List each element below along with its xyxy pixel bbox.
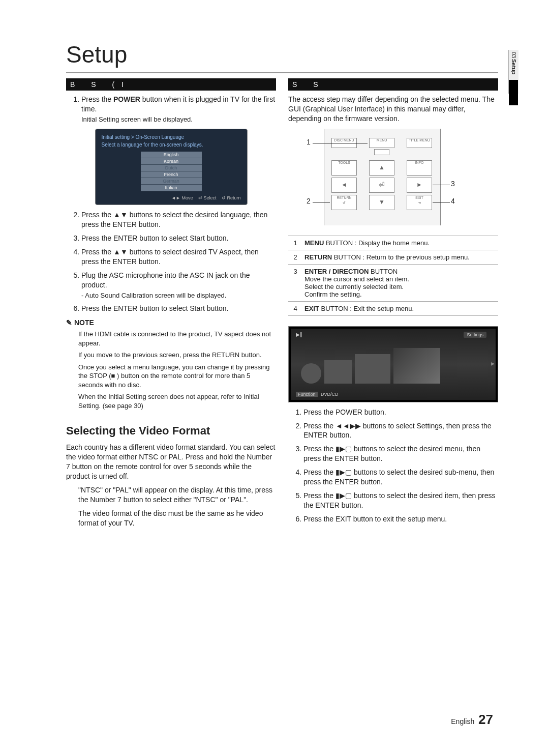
table-row: 4EXIT BUTTON : Exit the setup menu. <box>288 301 498 315</box>
lang-item-dutch[interactable]: Dutch <box>141 165 202 171</box>
vf-para-3: The video format of the disc must be the… <box>78 509 276 528</box>
left-column: B S (I Press the POWER button when it is… <box>66 78 276 532</box>
video-format-heading: Selecting the Video Format <box>66 424 276 438</box>
note-4: When the Initial Setting screen does not… <box>78 392 276 410</box>
lang-item-english[interactable]: English <box>141 152 202 158</box>
lang-item-korean[interactable]: Korean <box>141 158 202 165</box>
rstep-3: Press the ▮▶▢ buttons to select the desi… <box>303 444 498 463</box>
vf-para-1: Each country has a different video forma… <box>66 443 276 481</box>
vf-para-2: "NTSC" or "PAL" will appear on the displ… <box>78 485 276 505</box>
chapter-number: 03 <box>511 50 517 58</box>
note-heading: NOTE <box>66 318 276 327</box>
note-3: Once you select a menu language, you can… <box>78 363 276 390</box>
remote-tools: TOOLS <box>331 160 357 176</box>
vf-indent: "NTSC" or "PAL" will appear on the displ… <box>66 485 276 528</box>
button-table: 1MENU BUTTON : Display the home menu. 2R… <box>288 236 498 316</box>
callout-2: 2 <box>307 197 311 205</box>
dialog-footer: ◄► Move ⏎ Select ↺ Return <box>102 195 241 200</box>
footer-lang: English <box>451 717 474 725</box>
function-chip: Function <box>296 392 318 397</box>
remote-info: INFO <box>407 160 432 176</box>
rstep-4: Press the ▮▶▢ buttons to select the desi… <box>303 468 498 487</box>
dialog-subtitle: Select a language for the on-screen disp… <box>102 142 241 148</box>
remote-title-menu: TITLE MENU <box>407 138 432 148</box>
page-footer: English 27 <box>451 712 493 728</box>
callout-4: 4 <box>451 197 455 205</box>
side-tab: 03 Setup <box>508 50 518 94</box>
remote-down: ▼ <box>369 195 394 210</box>
right-section-bar: S S <box>288 78 498 91</box>
rstep-5: Press the ▮▶▢ buttons to select the desi… <box>303 491 498 510</box>
remote-diagram: DISC MENU MENU TITLE MENU TOOLS ▲ INFO ◄… <box>288 129 498 230</box>
left-steps-2: Press the ▲▼ buttons to select the desir… <box>66 210 276 313</box>
table-row: 1MENU BUTTON : Display the home menu. <box>288 236 498 250</box>
rstep-1: Press the POWER button. <box>303 408 498 417</box>
cell-exit: EXIT BUTTON : Exit the setup menu. <box>302 301 498 315</box>
callout-1: 1 <box>307 138 311 146</box>
thumb-index-icon <box>509 80 518 105</box>
callout-3: 3 <box>451 180 455 188</box>
title-rule <box>66 72 498 73</box>
language-dialog: Initial setting > On-Screen Language Sel… <box>95 129 248 205</box>
caret-right-icon: ▸ <box>491 359 495 367</box>
right-column: S S The access step may differ depending… <box>288 78 498 532</box>
tv-tiles <box>301 348 493 384</box>
step-4: Press the ▲▼ buttons to select desired T… <box>81 247 276 267</box>
cell-return: RETURN BUTTON : Return to the previous s… <box>302 250 498 264</box>
step-3: Press the ENTER button to select Start b… <box>81 234 276 243</box>
settings-chip: Settings <box>464 332 486 338</box>
mode-label: DVD/CD <box>321 392 339 397</box>
hint-return: ↺ Return <box>222 195 241 200</box>
page-title: Setup <box>66 41 498 68</box>
left-section-bar: B S (I <box>66 78 276 91</box>
dialog-breadcrumb: Initial setting > On-Screen Language <box>102 134 241 140</box>
chapter-label: Setup <box>511 59 517 75</box>
table-row: 3ENTER / DIRECTION BUTTONMove the cursor… <box>288 264 498 301</box>
right-steps: Press the POWER button. Press the ◄◄▶▶ b… <box>288 408 498 524</box>
step-1: Press the POWER button when it is plugge… <box>81 95 276 124</box>
hint-select: ⏎ Select <box>198 195 217 200</box>
remote-left: ◄ <box>331 178 357 193</box>
left-steps-1: Press the POWER button when it is plugge… <box>66 95 276 124</box>
remote-enter: ⏎ <box>369 178 394 193</box>
lang-item-german[interactable]: German <box>141 178 202 185</box>
step-2: Press the ▲▼ buttons to select the desir… <box>81 210 276 229</box>
remote-menu: MENU <box>369 138 394 148</box>
hint-move: ◄► Move <box>171 195 193 200</box>
right-intro: The access step may differ depending on … <box>288 95 498 124</box>
remote-right: ► <box>407 178 432 193</box>
language-list: English Korean Dutch French German Itali… <box>141 152 202 191</box>
remote-up: ▲ <box>369 160 394 176</box>
note-1: If the HDMI cable is connected to the pr… <box>78 330 276 347</box>
remote-return: RETURN↺ <box>331 195 357 210</box>
tv-screenshot: ▶‖ Settings ▸ Function DVD/CD <box>288 326 498 402</box>
play-pause-icon: ▶‖ <box>296 332 302 337</box>
remote-exit: EXIT⇥ <box>407 195 432 210</box>
cell-menu: MENU BUTTON : Display the home menu. <box>302 236 498 250</box>
footer-page: 27 <box>478 712 493 727</box>
note-body: If the HDMI cable is connected to the pr… <box>66 330 276 410</box>
lang-item-french[interactable]: French <box>141 171 202 178</box>
cell-enter: ENTER / DIRECTION BUTTONMove the cursor … <box>302 264 498 301</box>
remote-menu-sub <box>374 149 389 155</box>
step-6: Press the ENTER button to select Start b… <box>81 304 276 313</box>
tv-footer: Function DVD/CD <box>296 392 339 397</box>
rstep-2: Press the ◄◄▶▶ buttons to select Setting… <box>303 421 498 441</box>
step-5: Plug the ASC microphone into the ASC IN … <box>81 271 276 300</box>
table-row: 2RETURN BUTTON : Return to the previous … <box>288 250 498 264</box>
note-2: If you move to the previous screen, pres… <box>78 351 276 360</box>
rstep-6: Press the EXIT button to exit the setup … <box>303 514 498 524</box>
lang-item-italian[interactable]: Italian <box>141 185 202 191</box>
